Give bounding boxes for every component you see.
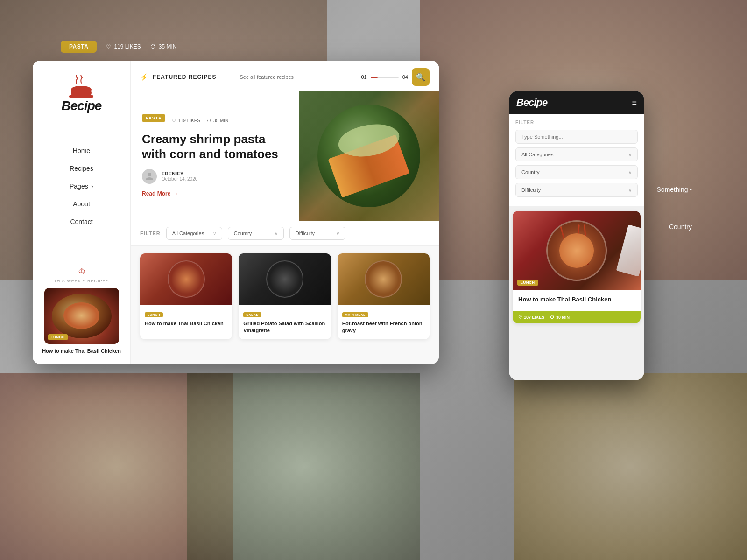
hero-section: PASTA ♡ 119 LIKES ⏱ 35 MIN Creamy shrimp…	[131, 91, 439, 221]
difficulty-select[interactable]: Difficulty ∨	[289, 227, 345, 240]
hero-likes-count: 119 LIKES	[178, 118, 200, 123]
likes-count: 119 LIKES	[114, 43, 141, 50]
svg-rect-2	[69, 95, 93, 98]
top-meta-likes: ♡ 119 LIKES	[106, 41, 141, 53]
clock-icon-hero: ⏱	[207, 118, 211, 123]
recipe-card-1[interactable]: LUNCH How to make Thai Basil Chicken	[140, 253, 232, 339]
mobile-recipe-image: LUNCH	[513, 211, 641, 290]
bg-food-bottom-mid	[187, 373, 420, 560]
author-name: FRENIFY	[162, 171, 197, 176]
country-chevron: ∨	[275, 231, 278, 236]
sidebar-item-pages[interactable]: Pages	[33, 177, 130, 195]
author-row: FRENIFY October 14, 2020	[142, 169, 288, 184]
recipe-card-2[interactable]: SALAD Grilled Potato Salad with Scallion…	[239, 253, 331, 339]
logo-icon: Becipe	[62, 75, 102, 113]
mobile-recipe-likes: ♡ 107 LIKES	[518, 315, 544, 320]
filter-label: FILTER	[140, 231, 161, 236]
page-current: 01	[361, 74, 367, 80]
mobile-window: Becipe ≡ FILTER All Categories ∨ Country…	[509, 91, 644, 380]
country-select[interactable]: Country ∨	[228, 227, 284, 240]
hero-image	[299, 91, 439, 221]
author-date: October 14, 2020	[162, 176, 197, 182]
read-more-text: Read More	[142, 190, 170, 197]
mobile-categories-chevron: ∨	[628, 152, 632, 157]
sidebar-logo: Becipe	[33, 75, 130, 123]
heart-icon: ♡	[106, 43, 111, 50]
hero-title: Creamy shrimp pasta with corn and tomato…	[142, 132, 288, 161]
featured-divider	[221, 77, 235, 77]
clock-icon-mobile: ⏱	[550, 315, 554, 320]
hamburger-button[interactable]: ≡	[632, 98, 637, 108]
recipe-card-1-body: LUNCH How to make Thai Basil Chicken	[140, 305, 232, 332]
page-line-fill	[371, 77, 378, 78]
sidebar-item-home[interactable]: Home	[33, 142, 130, 160]
top-meta-time: ⏱ 35 MIN	[150, 41, 177, 53]
sidebar-nav: Home Recipes Pages About Contact	[33, 142, 130, 231]
author-info: FRENIFY October 14, 2020	[162, 171, 197, 182]
logo-bowl-svg	[67, 75, 95, 100]
pagination-control: 01 04 🔍	[361, 68, 430, 86]
recipe-card-3-image	[338, 253, 430, 305]
bg-food-bottom-right	[514, 373, 747, 560]
main-content: ⚡ FEATURED RECIPES See all featured reci…	[131, 61, 439, 364]
svg-rect-1	[71, 90, 92, 96]
difficulty-label: Difficulty	[296, 231, 315, 236]
categories-select[interactable]: All Categories ∨	[166, 227, 222, 240]
hero-likes: ♡ 119 LIKES	[172, 118, 200, 123]
recipe-card-1-title: How to make Thai Basil Chicken	[145, 320, 227, 327]
categories-label: All Categories	[172, 231, 204, 236]
mobile-recipe-card[interactable]: LUNCH How to make Thai Basil Chicken ♡ 1…	[513, 211, 641, 323]
mobile-recipe-title: How to make Thai Basil Chicken	[518, 296, 635, 303]
arrow-right-icon: →	[173, 190, 179, 197]
right-country-label: Country	[669, 223, 692, 231]
mobile-difficulty-select[interactable]: Difficulty ∨	[515, 183, 638, 197]
sidebar-recipe-title: How to make Thai Basil Chicken	[37, 348, 126, 355]
mobile-difficulty-chevron: ∨	[628, 188, 632, 193]
mobile-time-value: 30 MIN	[556, 315, 570, 320]
sidebar-item-about[interactable]: About	[33, 195, 130, 213]
mobile-body: FILTER All Categories ∨ Country ∨ Diffic…	[509, 114, 644, 380]
mobile-difficulty-label: Difficulty	[521, 187, 541, 193]
mobile-likes-count: 107 LIKES	[524, 315, 544, 320]
desktop-window: Becipe Home Recipes Pages About Contact …	[33, 61, 439, 364]
search-icon: 🔍	[416, 73, 425, 82]
hero-time: ⏱ 35 MIN	[207, 118, 228, 123]
mobile-country-label: Country	[521, 169, 540, 175]
recipe-card-3[interactable]: MAIN MEAL Pot-roast beef with French oni…	[338, 253, 430, 339]
author-avatar	[142, 169, 157, 184]
avatar-icon	[144, 171, 155, 182]
mobile-categories-label: All Categories	[521, 152, 553, 157]
recipe-card-2-image	[239, 253, 331, 305]
sidebar-recipe-badge: LUNCH	[48, 334, 68, 340]
featured-header: ⚡ FEATURED RECIPES See all featured reci…	[131, 61, 439, 91]
clock-icon: ⏱	[150, 43, 156, 50]
mobile-categories-select[interactable]: All Categories ∨	[515, 147, 638, 161]
heart-icon-mobile: ♡	[518, 315, 522, 320]
sidebar-item-contact[interactable]: Contact	[33, 213, 130, 231]
search-button[interactable]: 🔍	[412, 68, 430, 86]
recipe-card-3-title: Pot-roast beef with French onion gravy	[342, 320, 425, 335]
mobile-header: Becipe ≡	[509, 91, 644, 114]
mobile-recipe-footer: ♡ 107 LIKES ⏱ 30 MIN	[513, 311, 641, 323]
page-total: 04	[402, 74, 408, 80]
see-all-link[interactable]: See all featured recipes	[240, 74, 294, 80]
hero-meta: PASTA ♡ 119 LIKES ⏱ 35 MIN	[142, 114, 288, 126]
sidebar-item-recipes[interactable]: Recipes	[33, 160, 130, 177]
food-circle	[546, 220, 607, 281]
heart-icon-hero: ♡	[172, 118, 176, 123]
page-line	[371, 77, 399, 78]
mobile-country-chevron: ∨	[628, 170, 632, 175]
recipe-card-3-tag: MAIN MEAL	[342, 312, 368, 317]
hero-text: PASTA ♡ 119 LIKES ⏱ 35 MIN Creamy shrimp…	[131, 91, 299, 221]
recipe-card-2-tag: SALAD	[243, 312, 261, 317]
featured-title: FEATURED RECIPES	[153, 74, 216, 80]
mobile-country-select[interactable]: Country ∨	[515, 165, 638, 179]
recipe-card-2-body: SALAD Grilled Potato Salad with Scallion…	[239, 305, 331, 339]
recipe-card-1-image	[140, 253, 232, 305]
read-more-link[interactable]: Read More →	[142, 190, 288, 197]
filter-bar: FILTER All Categories ∨ Country ∨ Diffic…	[131, 221, 439, 246]
mobile-search-input[interactable]	[515, 130, 638, 144]
hero-time-value: 35 MIN	[213, 118, 228, 123]
svg-point-3	[148, 173, 151, 176]
recipe-card-1-tag: LUNCH	[145, 312, 163, 317]
